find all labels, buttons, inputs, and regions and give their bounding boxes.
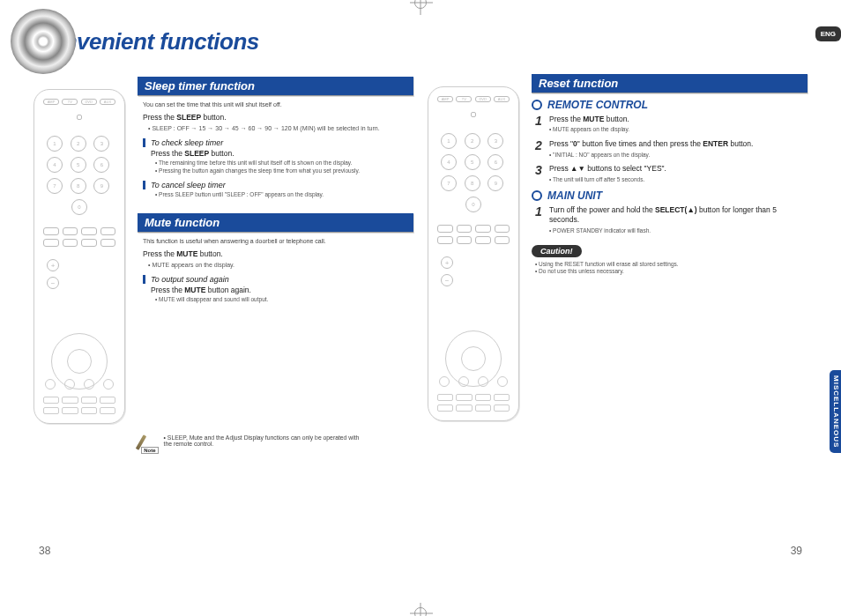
caution-badge: Caution!: [532, 245, 582, 257]
remote-mode-btn: TV: [62, 99, 78, 105]
sleep-check-step: Press the SLEEP button.: [151, 149, 413, 158]
remote-mode-btn: AMP: [437, 96, 453, 102]
circle-bullet-icon: [532, 190, 542, 201]
remote-key-0: 0: [465, 197, 481, 212]
remote-vol-down-icon: −: [441, 274, 453, 286]
section-heading-sleep: Sleep timer function: [138, 77, 413, 96]
remote-key-4: 4: [441, 154, 457, 170]
remote-mode-btn: AUX: [100, 99, 115, 105]
section-heading-mute: Mute function: [138, 213, 413, 233]
remote-vol-down-icon: −: [47, 277, 59, 289]
mute-again-heading: To output sound again: [143, 275, 413, 284]
sleep-check-bullet: The remaining time before this unit will…: [155, 160, 413, 166]
sleep-cancel-heading: To cancel sleep timer: [143, 181, 413, 189]
sleep-step: Press the SLEEP button.: [143, 113, 413, 122]
remote-mode-btn: TV: [456, 96, 472, 102]
page-title: Convenient functions: [33, 28, 413, 56]
remote-key-5: 5: [71, 157, 86, 173]
page-number-right: 39: [791, 545, 802, 557]
section-mute: Mute function This function is useful wh…: [138, 213, 413, 302]
page-number-left: 38: [39, 545, 50, 557]
remote-key-1: 1: [47, 136, 63, 152]
remote-vol-up-icon: +: [441, 256, 453, 269]
section-tab-miscellaneous: MISCELLANEOUS: [830, 370, 841, 453]
remote-key-4: 4: [47, 157, 63, 173]
remote-key-2: 2: [71, 136, 86, 152]
remote-mode-btn: AMP: [43, 99, 59, 105]
caution-line: Do not use this unless necessary.: [535, 268, 808, 274]
mute-step-note: • MUTE appears on the display.: [148, 262, 413, 268]
registration-mark-icon: [414, 607, 427, 616]
remote-illustration: AMP TV DVD AUX 123 456 789 0 +−: [33, 89, 125, 424]
reset-mainunit-steps: 1Turn off the power and hold the SELECT(…: [532, 205, 808, 235]
remote-key-8: 8: [71, 178, 86, 194]
remote-key-6: 6: [93, 157, 109, 173]
remote-key-7: 7: [441, 175, 457, 191]
circle-bullet-icon: [532, 100, 542, 110]
pencil-note-icon: Note: [139, 434, 159, 452]
footnote-text: SLEEP, Mute and the Adjust Display funct…: [164, 434, 368, 447]
page-left: Convenient functions AMP TV DVD AUX 123 …: [26, 25, 420, 562]
caution-line: Using the RESET function will erase all …: [535, 261, 808, 267]
remote-vol-up-icon: +: [47, 259, 59, 271]
sleep-step-note: • SLEEP : OFF → 15 → 30 → 45 → 60 → 90 →…: [148, 125, 413, 131]
remote-key-8: 8: [465, 175, 480, 191]
page-right: AMP TV DVD AUX 123 456 789 0 +−: [420, 25, 815, 562]
sleep-cancel-bullet: Press SLEEP button until "SLEEP : OFF" a…: [155, 191, 413, 197]
sleep-check-bullet: Pressing the button again changes the sl…: [155, 167, 413, 174]
remote-illustration: AMP TV DVD AUX 123 456 789 0 +−: [428, 86, 519, 421]
right-text-column: Reset function REMOTE CONTROL 1Press the…: [532, 74, 808, 290]
remote-key-6: 6: [487, 154, 503, 170]
sleep-check-heading: To check sleep timer: [143, 138, 413, 147]
reset-remote-steps: 1Press the MUTE button.• MUTE appears on…: [532, 115, 808, 184]
section-sleep: Sleep timer function You can set the tim…: [138, 77, 413, 197]
page-spread: Convenient functions AMP TV DVD AUX 123 …: [26, 25, 815, 562]
language-tab: ENG: [815, 26, 841, 41]
remote-key-0: 0: [71, 199, 87, 215]
remote-mode-btn: AUX: [494, 96, 510, 102]
remote-key-1: 1: [441, 133, 457, 149]
remote-key-9: 9: [487, 175, 503, 191]
registration-mark-icon: [414, 0, 427, 9]
remote-key-2: 2: [465, 133, 480, 149]
remote-mode-btn: DVD: [475, 96, 491, 102]
speaker-icon: [11, 9, 76, 74]
section-heading-reset: Reset function: [532, 74, 808, 93]
mute-again-step: Press the MUTE button again.: [151, 286, 413, 294]
remote-key-5: 5: [465, 154, 480, 170]
sleep-intro: You can set the time that this unit will…: [143, 101, 413, 108]
remote-key-3: 3: [93, 136, 109, 152]
remote-key-3: 3: [487, 133, 503, 149]
mute-step: Press the MUTE button.: [143, 249, 413, 258]
remote-led-icon: [77, 115, 82, 120]
left-text-column: Sleep timer function You can set the tim…: [138, 77, 413, 318]
remote-mode-btn: DVD: [81, 99, 97, 105]
remote-led-icon: [471, 112, 476, 117]
subheading-main-unit: MAIN UNIT: [532, 189, 808, 202]
subheading-remote-control: REMOTE CONTROL: [532, 99, 808, 111]
footnote-bar: Note SLEEP, Mute and the Adjust Display …: [139, 434, 368, 452]
mute-again-bullet: MUTE will disappear and sound will outpu…: [155, 296, 413, 302]
mute-intro: This function is useful when answering a…: [143, 238, 413, 244]
remote-key-9: 9: [93, 178, 109, 194]
section-reset: Reset function REMOTE CONTROL 1Press the…: [532, 74, 808, 274]
remote-key-7: 7: [47, 178, 63, 194]
